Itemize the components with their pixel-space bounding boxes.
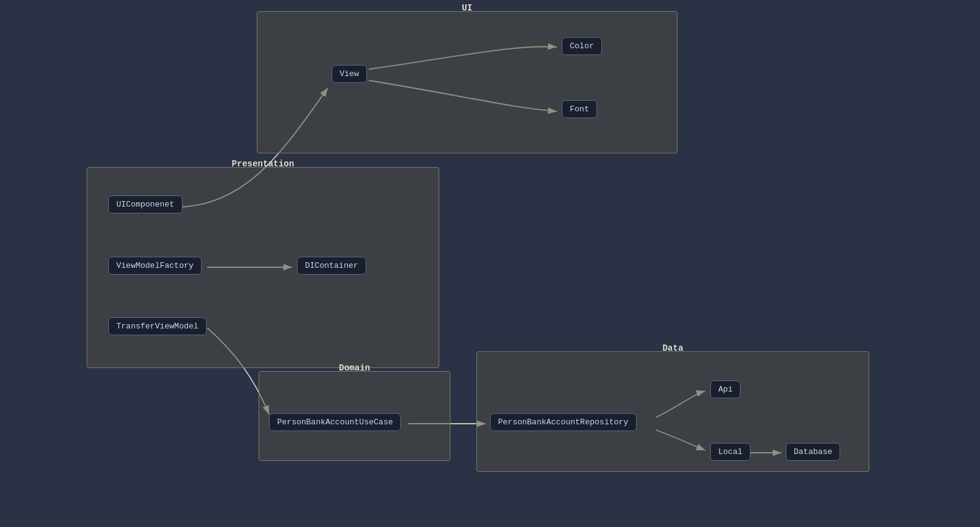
font-node[interactable]: Font — [562, 100, 597, 118]
local-node[interactable]: Local — [710, 443, 750, 461]
transfer-view-model-node[interactable]: TransferViewModel — [108, 317, 207, 335]
data-group-label: Data — [663, 343, 684, 353]
presentation-group-label: Presentation — [232, 159, 294, 169]
ui-group: UI — [257, 11, 677, 153]
domain-group-label: Domain — [339, 363, 370, 373]
ui-component-node[interactable]: UIComponenet — [108, 195, 183, 213]
ui-group-label: UI — [462, 3, 473, 13]
person-bank-account-repository-node[interactable]: PersonBankAccountRepository — [490, 413, 637, 431]
view-node[interactable]: View — [332, 65, 367, 83]
view-model-factory-node[interactable]: ViewModelFactory — [108, 257, 202, 275]
database-node[interactable]: Database — [786, 443, 840, 461]
di-container-node[interactable]: DIContainer — [297, 257, 366, 275]
api-node[interactable]: Api — [710, 380, 741, 398]
person-bank-account-use-case-node[interactable]: PersonBankAccountUseCase — [269, 413, 401, 431]
color-node[interactable]: Color — [562, 37, 602, 55]
